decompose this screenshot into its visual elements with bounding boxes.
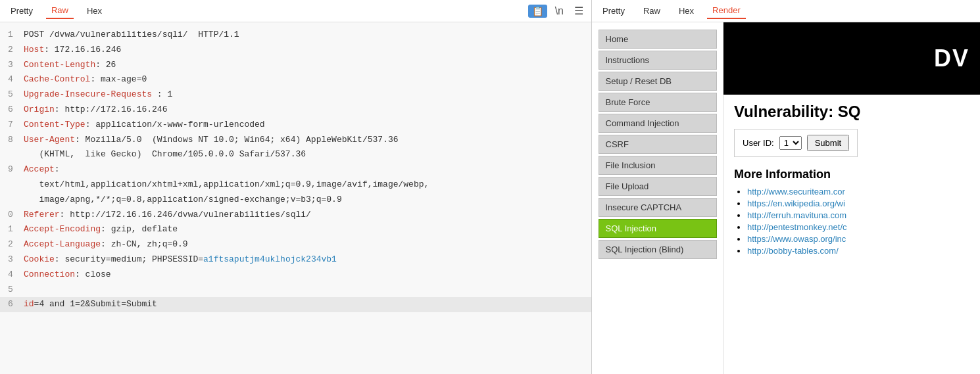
more-info-link-3[interactable]: http://pentestmonkey.net/c (747, 222, 847, 232)
newline-icon[interactable]: \n (552, 4, 566, 18)
menu-command-injection[interactable]: Command Injection (599, 114, 717, 133)
code-line-16: 6 id=4 and 1=2&Submit=Submit (0, 297, 591, 312)
menu-sql-injection-blind[interactable]: SQL Injection (Blind) (599, 240, 717, 259)
code-line-14: 4 Connection: close (0, 268, 591, 283)
menu-file-inclusion[interactable]: File Inclusion (599, 156, 717, 175)
right-tab-bar: Pretty Raw Hex Render (592, 0, 980, 22)
user-id-form: User ID: 1 2 3 Submit (734, 129, 858, 157)
menu-setup-reset[interactable]: Setup / Reset DB (599, 72, 717, 91)
vulnerability-title: Vulnerability: SQ (734, 103, 969, 121)
tab-render-right[interactable]: Render (707, 3, 746, 19)
tab-pretty-left[interactable]: Pretty (5, 3, 38, 18)
more-info-item-5: http://bobby-tables.com/ (747, 246, 969, 256)
code-line-8: 8 User-Agent: Mozilla/5.0 (Windows NT 10… (0, 133, 591, 148)
right-panel: Pretty Raw Hex Render Home Instructions … (592, 0, 980, 374)
more-info-link-2[interactable]: http://ferruh.mavituna.com (747, 210, 846, 220)
code-line-9: 9 Accept: (0, 162, 591, 177)
more-info-link-4[interactable]: https://www.owasp.org/inc (747, 234, 846, 244)
more-info-item-3: http://pentestmonkey.net/c (747, 222, 969, 232)
dvwa-header: DV (723, 22, 980, 95)
dvwa-body: Vulnerability: SQ User ID: 1 2 3 Submit … (723, 95, 980, 266)
code-line-11: 1 Accept-Encoding: gzip, deflate (0, 222, 591, 237)
menu-sql-injection[interactable]: SQL Injection (599, 219, 717, 238)
more-info-item-4: https://www.owasp.org/inc (747, 234, 969, 244)
more-info-item-0: http://www.securiteam.cor (747, 187, 969, 197)
tab-pretty-right[interactable]: Pretty (597, 3, 630, 18)
more-info-link-0[interactable]: http://www.securiteam.cor (747, 187, 845, 197)
code-line-5: 5 Upgrade-Insecure-Requests : 1 (0, 87, 591, 103)
code-line-1: 1 POST /dvwa/vulnerabilities/sqli/ HTTP/… (0, 28, 591, 43)
dvwa-logo: DV (934, 45, 969, 72)
menu-brute-force[interactable]: Brute Force (599, 93, 717, 112)
code-line-9b: text/html,application/xhtml+xml,applicat… (0, 177, 591, 193)
code-line-6: 6 Origin: http://172.16.16.246 (0, 103, 591, 118)
code-line-9c: image/apng,*/*;q=0.8,application/signed-… (0, 193, 591, 208)
copy-icon[interactable]: 📋 (528, 5, 547, 18)
menu-instructions[interactable]: Instructions (599, 51, 717, 70)
code-line-13: 3 Cookie: security=medium; PHPSESSID=a1f… (0, 252, 591, 268)
more-info-item-2: http://ferruh.mavituna.com (747, 210, 969, 220)
code-line-7: 7 Content-Type: application/x-www-form-u… (0, 118, 591, 133)
code-area: 1 POST /dvwa/vulnerabilities/sqli/ HTTP/… (0, 22, 591, 374)
more-info-link-5[interactable]: http://bobby-tables.com/ (747, 246, 839, 256)
dvwa-main: DV Vulnerability: SQ User ID: 1 2 3 Subm… (723, 22, 980, 374)
dvwa-sidebar: Home Instructions Setup / Reset DB Brute… (592, 22, 723, 374)
menu-icon[interactable]: ☰ (572, 3, 586, 18)
more-info-title: More Information (734, 168, 969, 181)
code-line-3: 3 Content-Length: 26 (0, 58, 591, 73)
user-id-select[interactable]: 1 2 3 (779, 136, 802, 150)
code-line-8b: (KHTML, like Gecko) Chrome/105.0.0.0 Saf… (0, 147, 591, 162)
tab-raw-right[interactable]: Raw (638, 3, 666, 18)
code-line-12: 2 Accept-Language: zh-CN, zh;q=0.9 (0, 237, 591, 252)
tab-actions-left: 📋 \n ☰ (528, 3, 586, 18)
more-info-item-1: https://en.wikipedia.org/wi (747, 199, 969, 208)
code-line-4: 4 Cache-Control: max-age=0 (0, 72, 591, 87)
code-line-2: 2 Host: 172.16.16.246 (0, 43, 591, 58)
left-panel: Pretty Raw Hex 📋 \n ☰ 1 POST /dvwa/vulne… (0, 0, 592, 374)
left-tab-bar: Pretty Raw Hex 📋 \n ☰ (0, 0, 591, 22)
code-line-15: 5 (0, 283, 591, 298)
more-info-list: http://www.securiteam.cor https://en.wik… (734, 187, 969, 256)
menu-insecure-captcha[interactable]: Insecure CAPTCHA (599, 198, 717, 217)
menu-csrf[interactable]: CSRF (599, 135, 717, 154)
tab-hex-left[interactable]: Hex (82, 3, 107, 18)
tab-hex-right[interactable]: Hex (674, 3, 699, 18)
tab-raw-left[interactable]: Raw (46, 3, 74, 19)
submit-button[interactable]: Submit (807, 135, 849, 151)
code-line-10: 0 Referer: http://172.16.16.246/dvwa/vul… (0, 208, 591, 223)
user-id-label: User ID: (743, 138, 774, 148)
menu-home[interactable]: Home (599, 30, 717, 49)
right-content: Home Instructions Setup / Reset DB Brute… (592, 22, 980, 374)
more-info-link-1[interactable]: https://en.wikipedia.org/wi (747, 199, 845, 208)
menu-file-upload[interactable]: File Upload (599, 177, 717, 196)
